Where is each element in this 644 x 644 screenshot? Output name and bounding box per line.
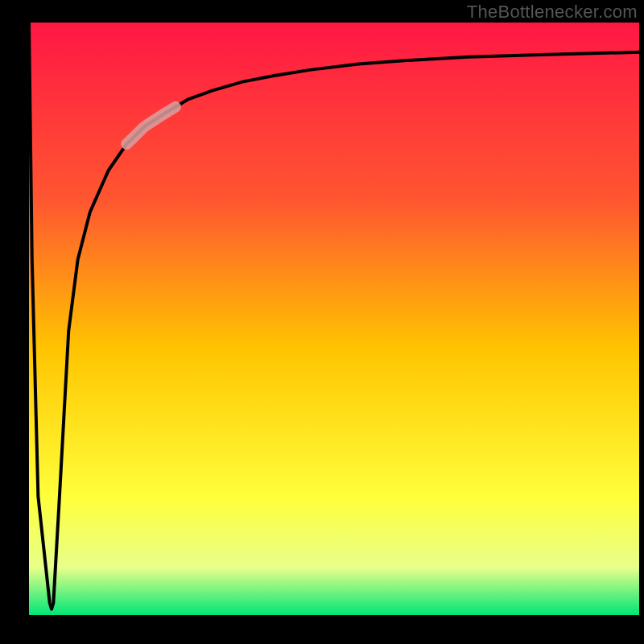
plot-area: [29, 23, 639, 615]
chart-canvas: [0, 0, 644, 644]
attribution-label: TheBottlenecker.com: [467, 2, 638, 23]
bottleneck-chart: TheBottlenecker.com: [0, 0, 644, 644]
